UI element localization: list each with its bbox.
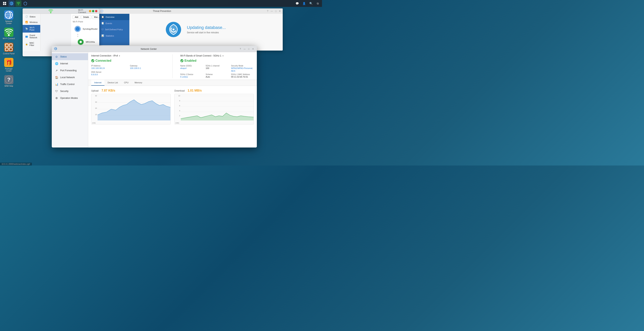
threat-sidebar-self-defined[interactable]: 🛡 Self-Defined Policy <box>99 26 130 32</box>
inet-status-dot <box>91 59 94 62</box>
mac-value: 00:11:32:b6:7b:61 <box>231 76 248 78</box>
svg-marker-24 <box>98 100 170 120</box>
wifi-connect-sidebar: 🕐 Status 📶 Wireless 📡 Wi-Fi Point 👥 Gues… <box>22 14 40 51</box>
threat-help-btn[interactable]: ? <box>267 10 268 12</box>
details-button[interactable]: Details <box>81 15 91 19</box>
threat-minimize-btn[interactable]: — <box>271 10 273 12</box>
sidebar-item-operation-modes[interactable]: ⚙ Operation Modes <box>52 95 88 101</box>
tab-cpu[interactable]: CPU <box>121 80 132 86</box>
upload-label: Upload <box>91 89 98 92</box>
threat-titlebar: Threat Prevention ? — □ ✕ <box>99 8 283 14</box>
desktop-icon-label-wifi: Wi-Fi Connect <box>3 37 15 40</box>
download-chart-canvas <box>181 94 254 120</box>
tab-memory[interactable]: Memory <box>132 80 145 86</box>
wifi-sidebar-status[interactable]: 🕐 Status <box>22 14 40 19</box>
inet-info-grid: IP Address 100.100.98.24 Gateway 100.100… <box>91 65 165 76</box>
upload-speed: 7.87 KB/s <box>102 89 115 92</box>
modal-controls: ? — □ ✕ <box>239 47 254 50</box>
wifi-bands-dropdown[interactable]: Wi-Fi Bands of Smart Connect - 5GHz-1 ▾ <box>180 54 254 57</box>
sidebar-item-status[interactable]: ⊙ Status <box>52 53 88 60</box>
ssid-label: Name (SSID) <box>180 65 203 67</box>
manage-button[interactable]: Man... <box>92 15 99 19</box>
sidebar-item-port-forwarding[interactable]: ↗ Port Forwarding <box>52 67 88 74</box>
desktop-icon-wifi-connect[interactable]: Wi-Fi Connect <box>2 27 16 40</box>
router-item-mr2200[interactable]: MR2200a <box>77 38 95 45</box>
wifi-connect-titlebar: Wi-Fi Connect <box>22 8 99 14</box>
grid-app-button[interactable] <box>2 0 8 6</box>
threat-panel-title: Threat Prevention <box>153 10 171 12</box>
windows-taskbar-icon[interactable]: ⧉ <box>315 1 320 6</box>
tab-device-list[interactable]: Device List <box>104 80 121 86</box>
wifi-connect-content: Add Details Man... Wi-Fi Point SynologyR… <box>71 14 99 51</box>
channel-value: 100 <box>206 67 209 69</box>
desktop-icon-network-center[interactable]: Network Center <box>2 9 16 25</box>
wifi-sidebar-mac-filter[interactable]: 🔒 MAC Filter <box>22 40 40 48</box>
threat-status-text: Updating database... Service will start … <box>187 25 226 34</box>
sidebar-item-internet[interactable]: 🌐 Internet <box>52 60 88 67</box>
chat-taskbar-icon[interactable]: 💬 <box>294 1 300 6</box>
sidebar-item-traffic-control[interactable]: 📊 Traffic Control <box>52 81 88 88</box>
wifi-dropdown-arrow: ▾ <box>222 55 224 57</box>
router-diagram: SynologyRouter MR2200a <box>73 24 99 47</box>
add-button[interactable]: Add <box>73 15 80 19</box>
modal-maximize-btn[interactable]: □ <box>247 47 250 50</box>
threat-maximize-btn[interactable]: □ <box>275 10 276 12</box>
download-chart-section: Download 1.01 MB/s 10 8 6 4 2 <box>174 89 254 144</box>
ssid-value: ekapol <box>180 67 186 69</box>
ip-address-item: IP Address 100.100.98.24 <box>91 65 126 69</box>
local-network-sidebar-icon: 🏠 <box>55 76 58 79</box>
wifi-maximize-btn[interactable] <box>92 10 94 12</box>
download-chart-container: 10 8 6 4 2 <box>174 94 254 124</box>
svg-rect-10 <box>5 48 8 51</box>
network-center-taskbar[interactable] <box>8 0 14 6</box>
desktop-icon-control-panel[interactable]: Control Panel <box>2 42 16 55</box>
threat-sidebar-events[interactable]: 📑 Events <box>99 20 130 26</box>
network-center-modal: Network Center ? — □ ✕ ⊙ Status 🌐 Intern… <box>52 46 257 147</box>
mac-label: 5GHz-1 MAC Address <box>231 73 254 75</box>
security-item: Security Mode WPA2/WPA3-Personal, AES <box>231 65 254 72</box>
threat-taskbar[interactable] <box>22 0 28 6</box>
internet-connection-dropdown[interactable]: Internet Connection - IPv4 ▾ <box>91 54 165 57</box>
wifi-taskbar[interactable] <box>15 0 22 6</box>
router-item-synology[interactable]: SynologyRouter <box>74 25 98 32</box>
download-header: Download 1.01 MB/s <box>174 89 254 92</box>
desktop-icon-package-center[interactable]: 🎁 Package Center <box>2 57 16 73</box>
desktop-icon-label-package: Package Center <box>3 68 15 72</box>
svg-rect-0 <box>3 2 4 3</box>
security-label: Security Mode <box>231 65 254 67</box>
taskbar: 💬 👤 🔍 ⧉ <box>0 0 322 7</box>
channel-item: 5GHz-1 channel 100 <box>206 65 228 72</box>
gateway-item: Gateway 100.100.0.1 <box>130 65 165 69</box>
wifi-sidebar-wifi-point[interactable]: 📡 Wi-Fi Point <box>22 25 40 32</box>
sidebar-item-security[interactable]: 🛡 Security <box>52 88 88 95</box>
threat-close-btn[interactable]: ✕ <box>279 10 281 12</box>
user-taskbar-icon[interactable]: 👤 <box>301 1 307 6</box>
wifi-sidebar-guest-network[interactable]: 👥 Guest Network <box>22 32 40 40</box>
modal-icon <box>54 47 57 51</box>
wifi-minimize-btn[interactable] <box>89 10 91 12</box>
internet-connection-label: Internet Connection - IPv4 <box>91 54 118 57</box>
ip-value: 100.100.98.24 <box>91 67 105 69</box>
search-taskbar-icon[interactable]: 🔍 <box>308 1 314 6</box>
svg-point-17 <box>80 41 82 43</box>
wifi-sidebar-wireless[interactable]: 📶 Wireless <box>22 19 40 25</box>
ip-label: IP Address <box>91 65 126 67</box>
modal-help-btn[interactable]: ? <box>239 47 242 50</box>
svg-rect-1 <box>5 2 6 3</box>
desktop-icon-label-network-center: Network Center <box>3 20 15 24</box>
scheme-item: Scheme Auto <box>206 73 228 78</box>
wifi-close-btn[interactable] <box>95 10 97 12</box>
modal-minimize-btn[interactable]: — <box>243 47 246 50</box>
sidebar-item-local-network[interactable]: 🏠 Local Network <box>52 74 88 81</box>
threat-sidebar-statistics[interactable]: 📊 Statistics <box>99 32 130 39</box>
connection-line <box>78 34 78 37</box>
gateway-value: 100.100.0.1 <box>130 67 141 69</box>
threat-sidebar-overview[interactable]: 📋 Overview <box>99 14 130 20</box>
download-label: Download <box>174 89 184 92</box>
modal-close-btn[interactable]: ✕ <box>252 47 254 50</box>
tab-internet[interactable]: Internet <box>91 80 104 86</box>
wifi-bands-section: Wi-Fi Bands of Smart Connect - 5GHz-1 ▾ … <box>180 54 254 78</box>
desktop-icon-srm-help[interactable]: ? SRM Help <box>2 74 16 88</box>
internet-sidebar-icon: 🌐 <box>55 62 58 65</box>
status-tabs: Internet Device List CPU Memory <box>88 80 257 86</box>
